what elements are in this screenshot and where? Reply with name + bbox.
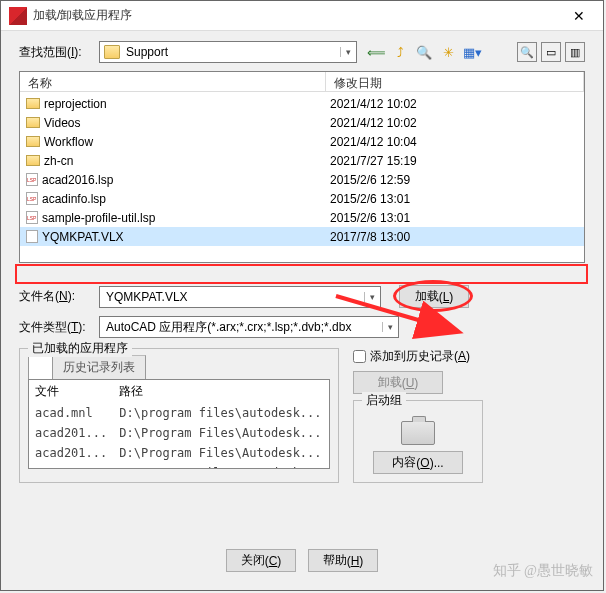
lookin-row: 查找范围(I): Support ▾ ⟸ ⤴ 🔍 ✳ ▦▾ 🔍 ▭ ▥: [19, 41, 585, 63]
dialog-footer: 关闭(C) 帮助(H): [1, 549, 603, 572]
loaded-path: D:\Program Files\Autodesk...: [113, 463, 329, 469]
loaded-col-file[interactable]: 文件: [29, 380, 113, 403]
filename-combo[interactable]: YQMKPAT.VLX ▾: [99, 286, 381, 308]
filename-label: 文件名(N):: [19, 288, 99, 305]
briefcase-icon[interactable]: [401, 421, 435, 445]
file-row[interactable]: zh-cn2021/7/27 15:19: [20, 151, 584, 170]
file-row[interactable]: acad2016.lsp2015/2/6 12:59: [20, 170, 584, 189]
filetype-label: 文件类型(T):: [19, 319, 99, 336]
loaded-path: D:\program files\autodesk...: [113, 403, 329, 423]
loaded-col-path[interactable]: 路径: [113, 380, 329, 403]
file-date: 2015/2/6 13:01: [326, 211, 578, 225]
loaded-row[interactable]: acad.mnlD:\program files\autodesk...: [29, 403, 329, 423]
help-button[interactable]: 帮助(H): [308, 549, 378, 572]
preview-icon[interactable]: 🔍: [517, 42, 537, 62]
folder-icon: [26, 136, 40, 147]
folder-icon: [26, 155, 40, 166]
lsp-icon: [26, 211, 38, 224]
load-button[interactable]: 加载(L): [399, 285, 469, 308]
loaded-file: acad201...: [29, 423, 113, 443]
filename-row: 文件名(N): YQMKPAT.VLX ▾ 加载(L): [19, 285, 585, 308]
loaded-file: acad.mnl: [29, 403, 113, 423]
menu-icon[interactable]: ▥: [565, 42, 585, 62]
back-icon[interactable]: ⟸: [367, 43, 385, 61]
file-name: Videos: [44, 116, 80, 130]
app-logo-icon: [9, 7, 27, 25]
tab-loaded[interactable]: [28, 355, 53, 379]
file-name: reprojection: [44, 97, 107, 111]
file-row[interactable]: sample-profile-util.lsp2015/2/6 13:01: [20, 208, 584, 227]
loaded-row[interactable]: acad201...D:\Program Files\Autodesk...: [29, 423, 329, 443]
add-history-input[interactable]: [353, 350, 366, 363]
col-name[interactable]: 名称: [20, 72, 326, 91]
tab-history[interactable]: 历史记录列表: [52, 355, 146, 379]
nav-toolbar: ⟸ ⤴ 🔍 ✳ ▦▾: [367, 43, 481, 61]
file-date: 2015/2/6 12:59: [326, 173, 578, 187]
file-date: 2021/7/27 15:19: [326, 154, 578, 168]
loaded-path: D:\Program Files\Autodesk...: [113, 423, 329, 443]
filetype-row: 文件类型(T): AutoCAD 应用程序(*.arx;*.crx;*.lsp;…: [19, 316, 585, 338]
loaded-row[interactable]: acapp.arxD:\Program Files\Autodesk...: [29, 463, 329, 469]
window-title: 加载/卸载应用程序: [33, 7, 557, 24]
window-close-button[interactable]: ✕: [557, 1, 601, 31]
lsp-icon: [26, 192, 38, 205]
chevron-down-icon[interactable]: ▾: [382, 322, 398, 332]
filetype-combo[interactable]: AutoCAD 应用程序(*.arx;*.crx;*.lsp;*.dvb;*.d…: [99, 316, 399, 338]
loaded-path: D:\Program Files\Autodesk...: [113, 443, 329, 463]
file-row[interactable]: acadinfo.lsp2015/2/6 13:01: [20, 189, 584, 208]
file-list[interactable]: 名称 修改日期 reprojection2021/4/12 10:02Video…: [19, 71, 585, 263]
lookin-label: 查找范围(I):: [19, 44, 99, 61]
file-row[interactable]: reprojection2021/4/12 10:02: [20, 94, 584, 113]
file-name: Workflow: [44, 135, 93, 149]
lookin-combo[interactable]: Support ▾: [99, 41, 357, 63]
file-date: 2021/4/12 10:02: [326, 116, 578, 130]
loaded-file: acapp.arx: [29, 463, 113, 469]
search-icon[interactable]: 🔍: [415, 43, 433, 61]
file-date: 2021/4/12 10:04: [326, 135, 578, 149]
col-date[interactable]: 修改日期: [326, 72, 584, 91]
contents-button[interactable]: 内容(O)...: [373, 451, 463, 474]
file-row[interactable]: Workflow2021/4/12 10:04: [20, 132, 584, 151]
file-row[interactable]: Videos2021/4/12 10:02: [20, 113, 584, 132]
loaded-file: acad201...: [29, 443, 113, 463]
views-icon[interactable]: ▦▾: [463, 43, 481, 61]
unload-button[interactable]: 卸载(U): [353, 371, 443, 394]
new-folder-icon[interactable]: ✳: [439, 43, 457, 61]
lookin-value: Support: [124, 45, 340, 59]
file-name: sample-profile-util.lsp: [42, 211, 155, 225]
file-name: acad2016.lsp: [42, 173, 113, 187]
file-date: 2015/2/6 13:01: [326, 192, 578, 206]
startup-label: 启动组: [362, 392, 406, 409]
folder-icon: [26, 117, 40, 128]
loaded-apps-label: 已加载的应用程序: [28, 340, 132, 357]
file-icon: [26, 230, 38, 243]
chevron-down-icon[interactable]: ▾: [340, 47, 356, 57]
loaded-row[interactable]: acad201...D:\Program Files\Autodesk...: [29, 443, 329, 463]
file-name: acadinfo.lsp: [42, 192, 106, 206]
file-row[interactable]: YQMKPAT.VLX2017/7/8 13:00: [20, 227, 584, 246]
filename-value: YQMKPAT.VLX: [100, 290, 364, 304]
loaded-apps-group: 已加载的应用程序 历史记录列表 文件 路径 acad.mnlD:\program…: [19, 348, 339, 483]
folder-icon: [26, 98, 40, 109]
list-header: 名称 修改日期: [20, 72, 584, 92]
chevron-down-icon[interactable]: ▾: [364, 292, 380, 302]
file-date: 2017/7/8 13:00: [326, 230, 578, 244]
add-history-checkbox[interactable]: 添加到历史记录(A): [353, 348, 585, 365]
loaded-list[interactable]: 文件 路径 acad.mnlD:\program files\autodesk.…: [28, 379, 330, 469]
tools-icon[interactable]: ▭: [541, 42, 561, 62]
titlebar: 加载/卸载应用程序 ✕: [1, 1, 603, 31]
file-name: zh-cn: [44, 154, 73, 168]
file-date: 2021/4/12 10:02: [326, 97, 578, 111]
folder-icon: [104, 45, 120, 59]
file-name: YQMKPAT.VLX: [42, 230, 124, 244]
up-icon[interactable]: ⤴: [391, 43, 409, 61]
close-button[interactable]: 关闭(C): [226, 549, 296, 572]
startup-group: 启动组 内容(O)...: [353, 400, 483, 483]
filetype-value: AutoCAD 应用程序(*.arx;*.crx;*.lsp;*.dvb;*.d…: [100, 319, 382, 336]
lsp-icon: [26, 173, 38, 186]
